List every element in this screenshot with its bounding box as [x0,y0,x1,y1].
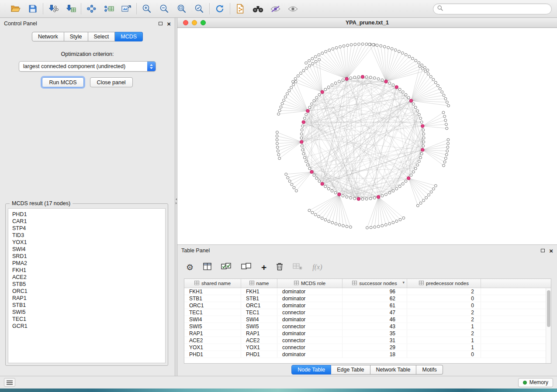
network-leaf-node[interactable] [446,150,449,152]
mcds-result-item[interactable]: PHD1 [12,211,161,218]
network-leaf-node[interactable] [308,209,311,212]
network-node[interactable] [302,152,305,155]
mcds-result-item[interactable]: SWI4 [12,246,161,253]
network-leaf-node[interactable] [366,227,368,229]
network-leaf-node[interactable] [292,80,294,83]
network-node[interactable] [334,82,337,84]
network-node[interactable] [422,129,425,131]
tab-select[interactable]: Select [88,32,115,41]
network-leaf-node[interactable] [441,91,443,93]
network-leaf-node[interactable] [305,62,308,64]
memory-button[interactable]: Memory [518,378,553,387]
network-node[interactable] [398,88,401,91]
table-tab-edge-table[interactable]: Edge Table [331,365,370,375]
mcds-dominator-node[interactable] [357,197,360,201]
network-node[interactable] [365,76,368,78]
network-leaf-node[interactable] [443,115,446,118]
network-leaf-node[interactable] [422,67,424,70]
network-leaf-node[interactable] [443,94,445,96]
network-node[interactable] [422,144,425,147]
network-leaf-node[interactable] [331,221,334,224]
network-node[interactable] [401,91,404,93]
network-leaf-node[interactable] [408,55,411,58]
mcds-result-item[interactable]: SWI5 [12,309,161,316]
network-leaf-node[interactable] [424,70,427,72]
network-leaf-node[interactable] [338,224,341,226]
network-node[interactable] [353,197,356,200]
settings-gear-icon[interactable]: ⚙ [186,263,194,272]
mcds-dominator-node[interactable] [421,124,425,128]
show-graphics-details-eye-icon[interactable] [287,3,298,14]
mcds-result-item[interactable]: STB1 [12,302,161,309]
network-node[interactable] [377,78,380,80]
zoom-out-icon[interactable] [159,3,170,14]
network-leaf-node[interactable] [302,69,305,72]
network-leaf-node[interactable] [350,44,353,46]
network-node[interactable] [305,113,308,116]
network-leaf-node[interactable] [314,55,317,58]
network-node[interactable] [349,77,352,79]
network-graph[interactable] [177,28,557,244]
network-leaf-node[interactable] [439,87,441,90]
network-leaf-node[interactable] [391,48,393,50]
network-leaf-node[interactable] [281,102,284,105]
network-node[interactable] [395,187,398,190]
mcds-dominator-node[interactable] [302,120,305,124]
network-leaf-node[interactable] [415,59,417,62]
network-leaf-node[interactable] [419,65,421,68]
network-leaf-node[interactable] [292,83,295,86]
network-node[interactable] [373,77,376,79]
zoom-selected-icon[interactable] [194,3,205,14]
network-leaf-node[interactable] [425,196,428,199]
network-node[interactable] [405,180,407,182]
export-image-icon[interactable] [121,3,132,14]
network-leaf-node[interactable] [276,135,278,138]
network-node[interactable] [324,185,327,188]
network-leaf-node[interactable] [284,96,287,98]
table-tab-network-table[interactable]: Network Table [370,365,417,375]
network-leaf-node[interactable] [402,217,405,219]
network-node[interactable] [342,195,344,197]
network-leaf-node[interactable] [276,138,278,141]
network-leaf-node[interactable] [288,180,291,182]
float-panel-icon[interactable] [159,22,163,25]
column-header-successor-nodes[interactable]: successor nodes▾ [343,279,407,288]
mcds-result-item[interactable]: TID3 [12,232,161,239]
network-leaf-node[interactable] [434,81,437,84]
scrollbar-thumb[interactable] [547,290,550,327]
network-leaf-node[interactable] [446,127,448,130]
search-network-binoculars-icon[interactable] [252,3,263,14]
network-node[interactable] [313,174,315,176]
table-row[interactable]: TEC1TEC1connector472 [184,309,546,316]
network-node[interactable] [414,106,417,109]
mcds-dominator-node[interactable] [384,80,388,83]
table-row[interactable]: STB1STB1dominator620 [184,295,546,302]
network-leaf-node[interactable] [343,45,345,47]
mcds-result-item[interactable]: ACE2 [12,274,161,281]
search-input[interactable] [446,6,547,12]
network-leaf-node[interactable] [372,43,374,46]
network-leaf-node[interactable] [277,113,280,115]
network-node[interactable] [303,156,306,159]
network-node[interactable] [388,82,391,84]
network-leaf-node[interactable] [278,109,281,112]
network-node[interactable] [422,137,425,139]
network-leaf-node[interactable] [285,173,287,175]
close-panel-icon[interactable]: × [167,21,171,27]
network-leaf-node[interactable] [416,204,419,207]
mcds-dominator-node[interactable] [409,99,413,103]
network-node[interactable] [419,117,422,120]
network-leaf-node[interactable] [294,77,297,80]
network-node[interactable] [418,160,420,163]
network-leaf-node[interactable] [398,50,400,53]
network-node[interactable] [401,182,404,185]
network-node[interactable] [315,96,318,99]
refresh-icon[interactable] [214,3,225,14]
network-leaf-node[interactable] [308,65,311,67]
mcds-dominator-node[interactable] [421,148,425,152]
network-leaf-node[interactable] [395,220,398,223]
network-leaf-node[interactable] [277,153,280,156]
table-tab-node-table[interactable]: Node Table [291,365,331,375]
network-leaf-node[interactable] [297,75,299,77]
column-header-predecessor-nodes[interactable]: predecessor nodes [407,279,481,288]
